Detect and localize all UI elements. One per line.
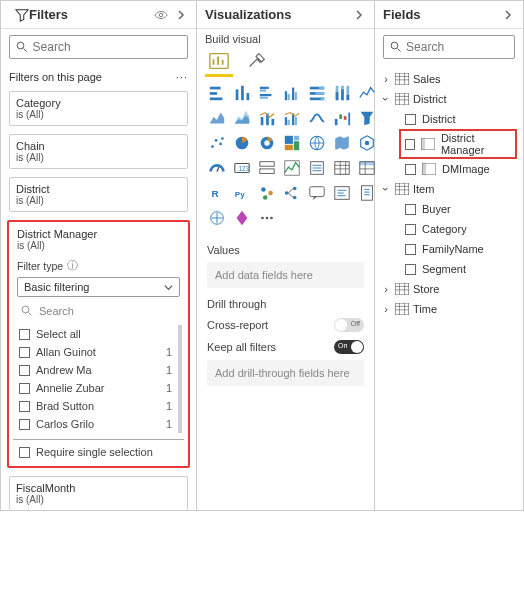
stacked-bar-icon[interactable] bbox=[207, 83, 227, 103]
checkbox[interactable] bbox=[405, 164, 416, 175]
filters-section-label: Filters on this page ··· bbox=[1, 65, 196, 87]
more-visuals-icon[interactable] bbox=[257, 208, 277, 228]
info-icon[interactable]: ⓘ bbox=[67, 259, 78, 273]
table-store[interactable]: › Store bbox=[377, 279, 521, 299]
card-icon[interactable]: 123 bbox=[232, 158, 252, 178]
field-category[interactable]: Category bbox=[377, 219, 521, 239]
checkbox[interactable] bbox=[405, 139, 415, 150]
donut-icon[interactable] bbox=[257, 133, 277, 153]
filter-value[interactable]: Brad Sutton1 bbox=[13, 397, 178, 415]
field-dmimage[interactable]: DMImage bbox=[377, 159, 521, 179]
filled-map-icon[interactable] bbox=[332, 133, 352, 153]
hundred-stacked-column-icon[interactable] bbox=[332, 83, 352, 103]
filter-value[interactable]: Annelie Zubar1 bbox=[13, 379, 178, 397]
pie-icon[interactable] bbox=[232, 133, 252, 153]
filter-card-category[interactable]: Category is (All) bbox=[9, 91, 188, 126]
build-visual-tab[interactable] bbox=[207, 49, 231, 73]
field-familyname[interactable]: FamilyName bbox=[377, 239, 521, 259]
stacked-column-icon[interactable] bbox=[232, 83, 252, 103]
clustered-column-icon[interactable] bbox=[282, 83, 302, 103]
table-item[interactable]: › Item bbox=[377, 179, 521, 199]
checkbox[interactable] bbox=[405, 224, 416, 235]
waterfall-icon[interactable] bbox=[332, 108, 352, 128]
format-visual-tab[interactable] bbox=[245, 49, 269, 73]
checkbox[interactable] bbox=[405, 264, 416, 275]
qa-visual-icon[interactable] bbox=[307, 183, 327, 203]
line-chart-icon[interactable] bbox=[357, 83, 377, 103]
visualizations-pane: Visualizations Build visual bbox=[197, 1, 375, 510]
svg-point-0 bbox=[159, 13, 163, 17]
filter-card-district-manager[interactable]: District Manager is (All) Filter type ⓘ … bbox=[7, 220, 190, 468]
treemap-icon[interactable] bbox=[282, 133, 302, 153]
scatter-icon[interactable] bbox=[207, 133, 227, 153]
fields-search-input[interactable] bbox=[406, 40, 508, 54]
filter-card-district[interactable]: District is (All) bbox=[9, 177, 188, 212]
stacked-area-icon[interactable] bbox=[232, 108, 252, 128]
table-icon bbox=[395, 73, 409, 85]
eye-icon[interactable] bbox=[154, 8, 168, 22]
paginated-report-icon[interactable] bbox=[357, 183, 377, 203]
filter-values-search[interactable]: Search bbox=[17, 303, 180, 319]
svg-rect-48 bbox=[285, 136, 293, 144]
require-single-selection[interactable]: Require single selection bbox=[13, 439, 184, 460]
key-influencers-icon[interactable] bbox=[257, 183, 277, 203]
field-segment[interactable]: Segment bbox=[377, 259, 521, 279]
svg-rect-50 bbox=[294, 141, 299, 150]
svg-rect-34 bbox=[288, 120, 290, 125]
smart-narrative-icon[interactable] bbox=[332, 183, 352, 203]
filter-value[interactable]: Carlos Grilo1 bbox=[13, 415, 178, 433]
svg-rect-23 bbox=[321, 98, 325, 101]
collapse-icon[interactable] bbox=[501, 8, 515, 22]
collapse-icon[interactable] bbox=[174, 8, 188, 22]
gauge-icon[interactable] bbox=[207, 158, 227, 178]
cross-report-toggle[interactable] bbox=[334, 318, 364, 332]
slicer-icon[interactable] bbox=[307, 158, 327, 178]
viz-gallery: 123 R Py bbox=[197, 79, 374, 236]
ribbon-chart-icon[interactable] bbox=[307, 108, 327, 128]
arcgis-icon[interactable] bbox=[207, 208, 227, 228]
power-apps-icon[interactable] bbox=[232, 208, 252, 228]
keep-filters-label: Keep all filters bbox=[207, 341, 276, 353]
filter-card-chain[interactable]: Chain is (All) bbox=[9, 134, 188, 169]
keep-filters-toggle[interactable] bbox=[334, 340, 364, 354]
collapse-icon[interactable] bbox=[352, 8, 366, 22]
table-icon bbox=[395, 183, 409, 195]
map-icon[interactable] bbox=[307, 133, 327, 153]
filter-card-fiscalmonth[interactable]: FiscalMonth is (All) bbox=[9, 476, 188, 510]
filter-value[interactable]: Allan Guinot1 bbox=[13, 343, 178, 361]
filter-value-select-all[interactable]: Select all bbox=[13, 325, 178, 343]
values-dropzone[interactable]: Add data fields here bbox=[207, 262, 364, 288]
filters-pane: Filters Filters on this page ··· Categor… bbox=[1, 1, 197, 510]
r-visual-icon[interactable]: R bbox=[207, 183, 227, 203]
table-time[interactable]: › Time bbox=[377, 299, 521, 319]
drill-through-dropzone[interactable]: Add drill-through fields here bbox=[207, 360, 364, 386]
decomposition-tree-icon[interactable] bbox=[282, 183, 302, 203]
line-clustered-column-icon[interactable] bbox=[282, 108, 302, 128]
checkbox[interactable] bbox=[405, 114, 416, 125]
kpi-icon[interactable] bbox=[282, 158, 302, 178]
hundred-stacked-bar-icon[interactable] bbox=[307, 83, 327, 103]
table-district[interactable]: › District bbox=[377, 89, 521, 109]
field-district-manager[interactable]: District Manager bbox=[399, 129, 517, 159]
filters-search[interactable] bbox=[9, 35, 188, 59]
field-district[interactable]: District bbox=[377, 109, 521, 129]
chevron-down-icon bbox=[164, 283, 173, 292]
filter-value[interactable]: Andrew Ma1 bbox=[13, 361, 178, 379]
py-visual-icon[interactable]: Py bbox=[232, 183, 252, 203]
table-icon[interactable] bbox=[332, 158, 352, 178]
more-icon[interactable]: ··· bbox=[176, 71, 188, 83]
area-chart-icon[interactable] bbox=[207, 108, 227, 128]
table-sales[interactable]: › Sales bbox=[377, 69, 521, 89]
azure-map-icon[interactable] bbox=[357, 133, 377, 153]
fields-search[interactable] bbox=[383, 35, 515, 59]
checkbox[interactable] bbox=[405, 244, 416, 255]
multirow-card-icon[interactable] bbox=[257, 158, 277, 178]
funnel-icon[interactable] bbox=[357, 108, 377, 128]
filter-type-select[interactable]: Basic filtering bbox=[17, 277, 180, 297]
filters-search-input[interactable] bbox=[33, 40, 181, 54]
clustered-bar-icon[interactable] bbox=[257, 83, 277, 103]
field-buyer[interactable]: Buyer bbox=[377, 199, 521, 219]
line-stacked-column-icon[interactable] bbox=[257, 108, 277, 128]
checkbox[interactable] bbox=[405, 204, 416, 215]
matrix-icon[interactable] bbox=[357, 158, 377, 178]
